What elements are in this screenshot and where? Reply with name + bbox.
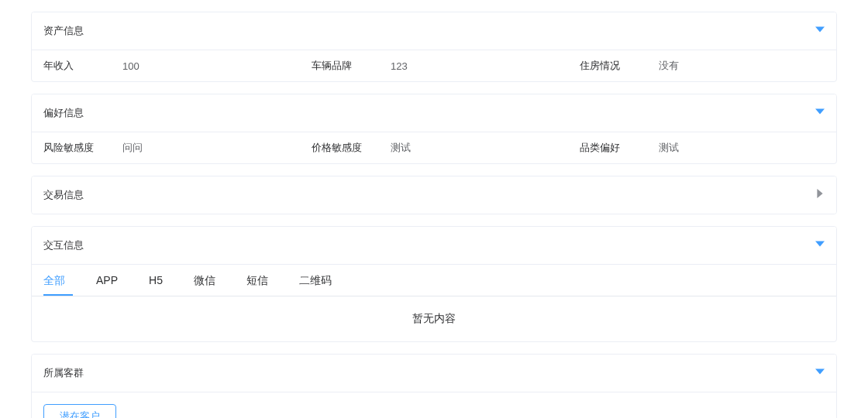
asset-row: 年收入 100 车辆品牌 123 住房情况 没有: [32, 50, 836, 81]
housing-label: 住房情况: [568, 51, 659, 81]
transaction-info-panel: 交易信息: [31, 176, 837, 214]
chevron-right-icon: [815, 176, 825, 214]
preference-info-panel: 偏好信息 风险敏感度 问问 价格敏感度 测试 品类偏好 测试: [31, 94, 837, 164]
asset-info-panel: 资产信息 年收入 100 车辆品牌 123 住房情况 没有: [31, 12, 837, 82]
customer-tag[interactable]: 潜在客户: [43, 404, 116, 418]
customer-group-header[interactable]: 所属客群: [32, 355, 836, 392]
category-label: 品类偏好: [568, 133, 659, 163]
interaction-info-header[interactable]: 交互信息: [32, 227, 836, 264]
preference-info-title: 偏好信息: [43, 94, 84, 132]
tag-area: 潜在客户: [32, 392, 836, 418]
customer-group-body: 潜在客户: [32, 392, 836, 418]
tab-all[interactable]: 全部: [43, 265, 81, 296]
transaction-info-header[interactable]: 交易信息: [32, 176, 836, 214]
category-value: 测试: [659, 133, 836, 163]
interaction-info-title: 交互信息: [43, 227, 84, 264]
transaction-info-title: 交易信息: [43, 176, 84, 214]
tab-wechat[interactable]: 微信: [178, 265, 231, 296]
preference-info-body: 风险敏感度 问问 价格敏感度 测试 品类偏好 测试: [32, 132, 836, 163]
interaction-empty: 暂无内容: [32, 296, 836, 341]
preference-row: 风险敏感度 问问 价格敏感度 测试 品类偏好 测试: [32, 132, 836, 163]
tab-sms[interactable]: 短信: [231, 265, 284, 296]
price-value: 测试: [391, 133, 568, 163]
tab-qrcode[interactable]: 二维码: [284, 265, 347, 296]
housing-value: 没有: [659, 51, 836, 81]
interaction-info-panel: 交互信息 全部 APP H5 微信 短信 二维码 暂无内容: [31, 226, 837, 342]
price-label: 价格敏感度: [300, 133, 391, 163]
asset-info-header[interactable]: 资产信息: [32, 12, 836, 50]
income-value: 100: [122, 53, 300, 80]
chevron-down-icon: [815, 355, 825, 392]
income-label: 年收入: [32, 51, 122, 81]
chevron-down-icon: [815, 94, 825, 132]
chevron-down-icon: [815, 12, 825, 50]
preference-info-header[interactable]: 偏好信息: [32, 94, 836, 132]
asset-info-body: 年收入 100 车辆品牌 123 住房情况 没有: [32, 50, 836, 81]
interaction-tabs: 全部 APP H5 微信 短信 二维码: [32, 265, 836, 296]
tab-app[interactable]: APP: [81, 265, 133, 296]
chevron-down-icon: [815, 227, 825, 264]
customer-group-panel: 所属客群 潜在客户: [31, 354, 837, 418]
risk-label: 风险敏感度: [32, 133, 122, 163]
customer-group-title: 所属客群: [43, 355, 84, 392]
risk-value: 问问: [122, 133, 300, 163]
tab-h5[interactable]: H5: [133, 265, 178, 296]
interaction-info-body: 全部 APP H5 微信 短信 二维码 暂无内容: [32, 264, 836, 341]
vehicle-label: 车辆品牌: [300, 51, 391, 81]
asset-info-title: 资产信息: [43, 12, 84, 50]
vehicle-value: 123: [391, 53, 568, 80]
